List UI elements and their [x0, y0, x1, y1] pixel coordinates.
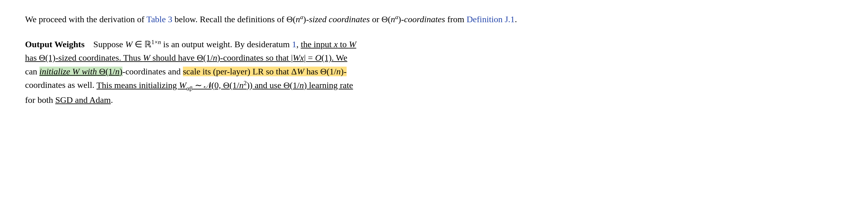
p2-underline-line2-start: has Θ(1)-sized coordinates. Thus W shoul… — [25, 53, 347, 63]
p2-line4: coordinates as well. This means initiali… — [25, 80, 353, 90]
p2-line5: for both SGD and Adam. — [25, 95, 113, 105]
p1-period: . — [515, 14, 517, 24]
definition-j1-link[interactable]: Definition J.1 — [467, 14, 515, 24]
section-label-output-weights: Output Weights — [25, 39, 85, 49]
paragraph-1: We proceed with the derivation of Table … — [25, 12, 843, 26]
p2-line3: can initialize W with Θ(1/n)-coordinates… — [25, 67, 347, 76]
desideratum-1-link[interactable]: 1 — [292, 39, 296, 49]
p1-text-after-link1: below. Recall the definitions of Θ(na)-s… — [172, 14, 467, 24]
p2-text-underline-1: , the input x to W — [296, 39, 356, 49]
table-3-link[interactable]: Table 3 — [147, 14, 173, 24]
p1-text-before-link: We proceed with the derivation of — [25, 14, 147, 24]
paragraph-2: Output Weights Suppose W ∈ ℝ1×n is an ou… — [25, 37, 843, 107]
main-content: We proceed with the derivation of Table … — [25, 12, 843, 107]
p2-spacer — [85, 39, 93, 49]
p2-text-1: Suppose W ∈ ℝ1×n is an output weight. By… — [93, 39, 292, 49]
